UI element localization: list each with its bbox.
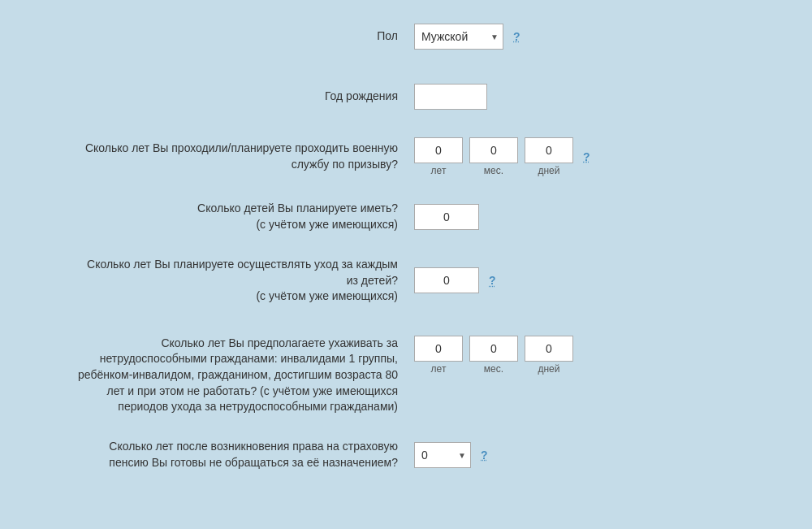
military-months-group: мес. bbox=[469, 137, 518, 176]
birth-year-row: Год рождения bbox=[73, 76, 739, 117]
pension-delay-select[interactable]: 0 1 2 3 4 5 bbox=[414, 442, 471, 468]
military-days-unit: дней bbox=[538, 165, 559, 176]
disabled-care-years-input[interactable] bbox=[414, 336, 463, 362]
gender-row: Пол Мужской Женский ▼ ? bbox=[73, 16, 739, 57]
children-count-label: Сколько детей Вы планируете иметь?(с учё… bbox=[73, 201, 414, 232]
disabled-care-months-group: мес. bbox=[469, 336, 518, 375]
disabled-care-years-unit: лет bbox=[431, 363, 447, 375]
disabled-care-months-input[interactable] bbox=[469, 336, 518, 362]
children-count-row: Сколько детей Вы планируете иметь?(с учё… bbox=[73, 197, 739, 237]
disabled-care-label: Сколько лет Вы предполагаете ухаживать з… bbox=[73, 332, 414, 415]
disabled-care-controls: лет мес. дней bbox=[414, 332, 739, 375]
military-days-group: дней bbox=[525, 137, 573, 176]
military-years-input[interactable] bbox=[414, 137, 463, 163]
disabled-care-years-group: лет bbox=[414, 336, 463, 375]
gender-help-button[interactable]: ? bbox=[513, 30, 520, 43]
military-service-row: Сколько лет Вы проходили/планируете прох… bbox=[73, 137, 739, 177]
children-count-controls bbox=[414, 204, 739, 230]
disabled-care-days-unit: дней bbox=[538, 363, 559, 375]
military-months-input[interactable] bbox=[469, 137, 518, 163]
military-service-label: Сколько лет Вы проходили/планируете прох… bbox=[73, 141, 414, 172]
child-care-row: Сколько лет Вы планируете осуществлять у… bbox=[73, 257, 739, 305]
birth-year-controls bbox=[414, 84, 739, 110]
disabled-care-days-input[interactable] bbox=[525, 336, 573, 362]
gender-controls: Мужской Женский ▼ ? bbox=[414, 24, 739, 50]
pension-delay-controls: 0 1 2 3 4 5 ▼ ? bbox=[414, 442, 739, 468]
pension-delay-select-wrapper: 0 1 2 3 4 5 ▼ bbox=[414, 442, 471, 468]
military-years-unit: лет bbox=[431, 165, 447, 176]
military-service-controls: лет мес. дней ? bbox=[414, 137, 739, 176]
child-care-controls: ? bbox=[414, 267, 739, 293]
military-years-group: лет bbox=[414, 137, 463, 176]
disabled-care-days-group: дней bbox=[525, 336, 573, 375]
gender-select[interactable]: Мужской Женский bbox=[414, 24, 503, 50]
pension-delay-help-button[interactable]: ? bbox=[481, 449, 488, 462]
gender-label: Пол bbox=[73, 28, 414, 45]
gender-select-wrapper: Мужской Женский ▼ bbox=[414, 24, 503, 50]
pension-delay-label: Сколько лет после возникновения права на… bbox=[73, 439, 414, 470]
disabled-care-row: Сколько лет Вы предполагаете ухаживать з… bbox=[73, 324, 739, 415]
disabled-care-months-unit: мес. bbox=[484, 363, 503, 375]
pension-delay-row: Сколько лет после возникновения права на… bbox=[73, 435, 739, 475]
military-days-input[interactable] bbox=[525, 137, 573, 163]
birth-year-input[interactable] bbox=[414, 84, 487, 110]
child-care-help-button[interactable]: ? bbox=[489, 274, 496, 287]
military-months-unit: мес. bbox=[484, 165, 503, 176]
children-count-input[interactable] bbox=[414, 204, 479, 230]
birth-year-label: Год рождения bbox=[73, 89, 414, 105]
child-care-input[interactable] bbox=[414, 267, 479, 293]
child-care-label: Сколько лет Вы планируете осуществлять у… bbox=[73, 257, 414, 305]
military-help-button[interactable]: ? bbox=[583, 150, 590, 163]
form-container: Пол Мужской Женский ▼ ? Год рождения Ско… bbox=[41, 0, 771, 511]
